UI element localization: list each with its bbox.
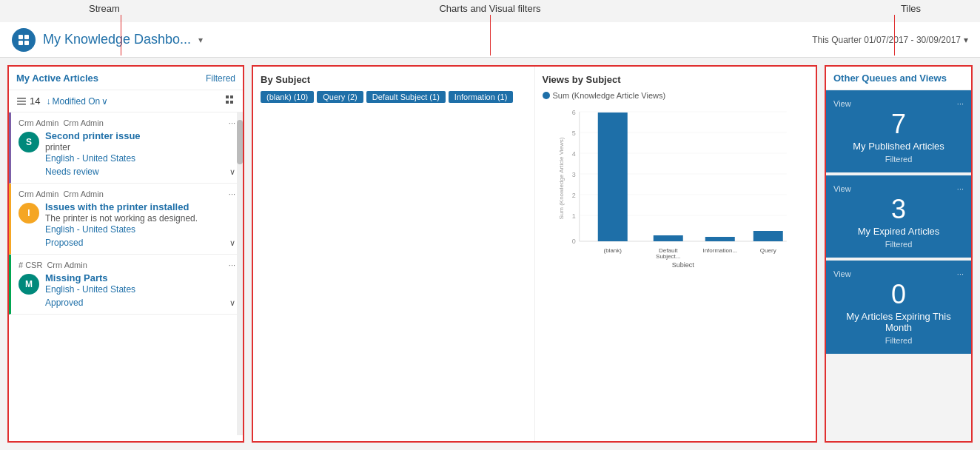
tiles-annotation-label: Tiles: [901, 3, 921, 14]
tile-more-dots[interactable]: ···: [957, 269, 964, 278]
charts-panel: By Subject (blank) (10) Query (2) Defaul…: [252, 65, 817, 443]
sort-label: Modified On: [52, 96, 100, 107]
status-chevron-icon[interactable]: ∨: [229, 298, 235, 308]
tiles-header: Other Queues and Views: [826, 67, 971, 90]
item-avatar: M: [19, 274, 39, 295]
item-title[interactable]: Missing Parts: [45, 272, 235, 283]
tiles-list: View ··· 7 My Published Articles Filtere…: [826, 90, 971, 443]
stream-count-number: 14: [30, 95, 40, 107]
svg-rect-1: [24, 35, 29, 39]
item-meta: Crm Admin Crm Admin ···: [19, 118, 235, 127]
item-content: Second printer issue printer English - U…: [45, 130, 235, 177]
tile-meta: View ···: [833, 99, 964, 108]
item-more-dots[interactable]: ···: [229, 189, 235, 198]
filter-default-subject[interactable]: Default Subject (1): [366, 91, 446, 103]
status-text: Approved: [45, 298, 83, 308]
stream-header: My Active Articles Filtered: [9, 67, 243, 90]
item-status: Proposed ∨: [45, 238, 235, 248]
item-subtitle: printer: [45, 142, 235, 152]
tiles-panel: Other Queues and Views View ··· 7 My Pub…: [825, 65, 973, 443]
item-body: M Missing Parts English - United States …: [19, 272, 235, 308]
svg-text:(blank): (blank): [603, 247, 622, 254]
tile-expiring-articles[interactable]: View ··· 0 My Articles Expiring This Mon…: [826, 261, 971, 354]
tile-published-articles[interactable]: View ··· 7 My Published Articles Filtere…: [826, 90, 971, 172]
list-icon: [16, 96, 27, 107]
tile-more-dots[interactable]: ···: [957, 184, 964, 193]
item-avatar: S: [19, 132, 39, 152]
item-lang: English - United States: [45, 224, 235, 235]
dashboard-dropdown-icon[interactable]: ▾: [198, 35, 203, 45]
item-avatar: I: [19, 203, 39, 224]
stream-count: 14: [16, 95, 40, 107]
date-dropdown-icon[interactable]: ▾: [964, 35, 968, 45]
svg-rect-2: [19, 41, 23, 45]
item-title[interactable]: Issues with the printer installed: [45, 201, 235, 212]
item-content: Issues with the printer installed The pr…: [45, 201, 235, 248]
bar-blank: [597, 113, 627, 241]
item-body: S Second printer issue printer English -…: [19, 130, 235, 177]
sort-direction-icon: ↓: [46, 96, 50, 107]
svg-rect-9: [226, 101, 229, 104]
bar-info: [705, 237, 734, 241]
by-subject-chart: By Subject (blank) (10) Query (2) Defaul…: [253, 67, 535, 441]
svg-text:0: 0: [571, 238, 575, 245]
svg-text:6: 6: [571, 109, 575, 116]
svg-rect-5: [17, 101, 26, 102]
status-text: Needs review: [45, 167, 99, 177]
item-meta1: Crm Admin: [19, 118, 58, 127]
tile-more-dots[interactable]: ···: [957, 99, 964, 108]
chart-legend: Sum (Knowledge Article Views): [543, 91, 809, 100]
item-more-dots[interactable]: ···: [229, 118, 235, 127]
item-meta2: Crm Admin: [63, 189, 103, 198]
status-chevron-icon[interactable]: ∨: [229, 167, 235, 177]
scrollbar-track[interactable]: [237, 113, 243, 435]
filter-blank[interactable]: (blank) (10): [261, 91, 314, 103]
bar-default: [653, 235, 682, 241]
item-meta2: Crm Admin: [63, 118, 103, 127]
item-subtitle: The printer is not working as designed.: [45, 213, 235, 224]
bar-chart-svg: 6 5 4 3 2 1 0: [543, 104, 809, 267]
tile-expired-articles[interactable]: View ··· 3 My Expired Articles Filtered: [826, 175, 971, 258]
filter-information[interactable]: Information (1): [449, 91, 514, 103]
views-by-subject-title: Views by Subject: [543, 74, 809, 85]
svg-text:1: 1: [571, 212, 575, 220]
stream-items-list: Crm Admin Crm Admin ··· S Second printer…: [9, 113, 243, 435]
svg-rect-8: [230, 95, 233, 98]
status-chevron-icon[interactable]: ∨: [229, 238, 235, 248]
svg-text:4: 4: [571, 150, 575, 158]
item-lang: English - United States: [45, 153, 235, 164]
bar-query: [753, 231, 782, 241]
svg-rect-10: [230, 101, 233, 104]
svg-text:Subject: Subject: [671, 261, 694, 267]
stream-panel: My Active Articles Filtered 14 ↓ Modifie…: [7, 65, 244, 443]
stream-item: Crm Admin Crm Admin ··· I Issues with th…: [9, 184, 243, 255]
dashboard-title[interactable]: My Knowledge Dashbo...: [43, 32, 191, 47]
tile-label: My Expired Articles: [858, 226, 940, 237]
stream-controls: 14 ↓ Modified On ∨: [9, 90, 243, 113]
svg-text:2: 2: [571, 192, 575, 199]
stream-sort[interactable]: ↓ Modified On ∨: [46, 96, 108, 107]
charts-annotation-label: Charts and Visual filters: [439, 3, 540, 14]
tile-meta: View ···: [833, 269, 964, 278]
tile-view-label: View: [833, 99, 851, 108]
dashboard-icon: [12, 28, 36, 52]
tile-label: My Published Articles: [853, 141, 944, 152]
by-subject-title: By Subject: [261, 74, 527, 85]
stream-title: My Active Articles: [16, 73, 98, 84]
item-status: Approved ∨: [45, 298, 235, 308]
item-more-dots[interactable]: ···: [229, 261, 235, 269]
svg-text:Sum (Knowledge Article Views): Sum (Knowledge Article Views): [557, 137, 564, 219]
svg-text:5: 5: [571, 130, 575, 137]
tile-filtered: Filtered: [885, 155, 913, 164]
views-by-subject-chart: Views by Subject Sum (Knowledge Article …: [535, 67, 816, 441]
header-date-range: This Quarter 01/07/2017 - 30/09/2017 ▾: [812, 35, 968, 45]
tile-label: My Articles Expiring This Month: [833, 311, 964, 333]
item-title[interactable]: Second printer issue: [45, 130, 235, 141]
item-body: I Issues with the printer installed The …: [19, 201, 235, 248]
filter-query[interactable]: Query (2): [317, 91, 363, 103]
stream-list-view-icon[interactable]: [225, 95, 235, 107]
by-subject-filters: (blank) (10) Query (2) Default Subject (…: [261, 91, 527, 103]
scrollbar-thumb[interactable]: [237, 120, 243, 164]
tile-number: 0: [891, 281, 906, 308]
bar-chart-area: 6 5 4 3 2 1 0: [543, 104, 809, 269]
